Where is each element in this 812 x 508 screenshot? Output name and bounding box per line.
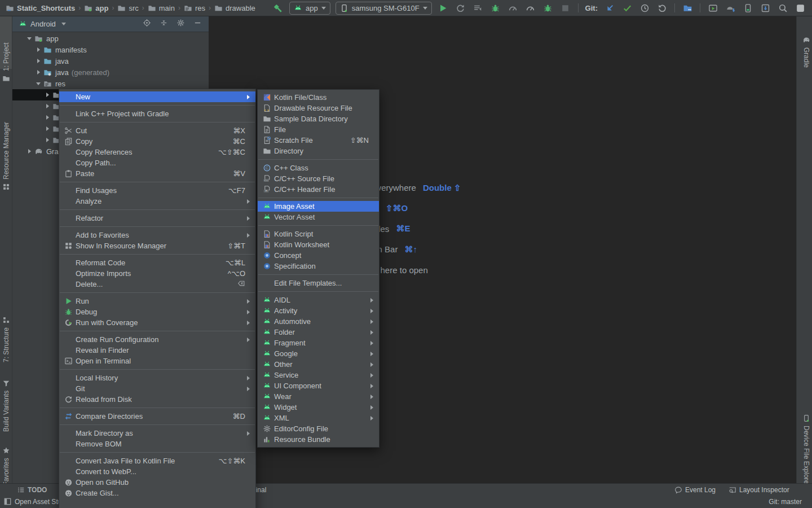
panel-minus-button[interactable]: [193, 19, 202, 29]
menu-item-sample-data-directory[interactable]: Sample Data Directory: [258, 113, 379, 124]
debug-button[interactable]: [489, 2, 502, 14]
stripe-tab-resource-manager[interactable]: Resource Manager: [2, 122, 10, 191]
profile-button[interactable]: [507, 2, 519, 14]
menu-item-image-asset[interactable]: Image Asset: [258, 201, 379, 212]
tab-layout-inspector[interactable]: Layout Inspector: [729, 484, 789, 496]
menu-item-optimize-imports[interactable]: Optimize Imports^⌥O: [59, 268, 255, 279]
menu-item-show-in-resource-manager[interactable]: Show In Resource Manager⇧⌘T: [59, 240, 255, 251]
menu-item-copy-path[interactable]: Copy Path...: [59, 157, 255, 168]
menu-item-open-on-github[interactable]: Open on GitHub: [59, 477, 255, 488]
tree-row-res[interactable]: res: [12, 78, 209, 89]
menu-item-local-history[interactable]: Local History: [59, 373, 255, 383]
apply-changes-button[interactable]: [454, 2, 467, 14]
menu-item-run[interactable]: Run: [59, 296, 255, 306]
history-button[interactable]: [638, 2, 651, 14]
tool-window-toggle-icon[interactable]: [3, 497, 12, 506]
project-structure-button[interactable]: [681, 2, 694, 14]
menu-item-file[interactable]: File: [258, 124, 379, 135]
menu-item-new[interactable]: New: [59, 91, 255, 102]
menu-item-concept[interactable]: Concept: [258, 250, 379, 261]
tab-event-log[interactable]: Event Log: [674, 484, 716, 496]
menu-item-analyze[interactable]: Analyze: [59, 196, 255, 207]
menu-item-debug[interactable]: Debug: [59, 306, 255, 317]
profiler-button[interactable]: [524, 2, 537, 14]
menu-item-copy-references[interactable]: Copy References⌥⇧⌘C: [59, 147, 255, 157]
tree-row-java[interactable]: java(generated): [12, 67, 209, 78]
menu-item-reformat-code[interactable]: Reformat Code⌥⌘L: [59, 257, 255, 268]
stripe-tab-7-structure[interactable]: 7: Structure: [2, 316, 10, 362]
breadcrumb-item-main[interactable]: main: [148, 4, 175, 12]
menu-item-vector-asset[interactable]: Vector Asset: [258, 212, 379, 222]
rollback-button[interactable]: [656, 2, 668, 14]
breadcrumb-item-drawable[interactable]: drawable: [214, 4, 255, 12]
device-manager-button[interactable]: [742, 2, 754, 14]
attach-debugger-button[interactable]: [542, 2, 554, 14]
breadcrumb-item-src[interactable]: src: [117, 4, 138, 12]
menu-item-widget[interactable]: Widget: [258, 402, 379, 413]
git-branch-widget[interactable]: Git: master: [769, 498, 802, 506]
menu-item-link-c-project-with-gradle[interactable]: Link C++ Project with Gradle: [59, 108, 255, 119]
tree-row-manifests[interactable]: manifests: [12, 44, 209, 55]
chevron-right-icon[interactable]: [45, 138, 50, 142]
menu-item-remove-bom[interactable]: Remove BOM: [59, 439, 255, 449]
tree-row-app[interactable]: app: [12, 33, 209, 44]
breadcrumb-item-app[interactable]: app: [84, 4, 108, 12]
menu-item-google[interactable]: Google: [258, 348, 379, 359]
menu-item-open-in-terminal[interactable]: Open in Terminal: [59, 356, 255, 366]
menu-item-copy[interactable]: Copy⌘C: [59, 136, 255, 147]
menu-item-fragment[interactable]: Fragment: [258, 338, 379, 348]
chevron-right-icon[interactable]: [45, 104, 50, 108]
stripe-tab-gradle[interactable]: Gradle: [802, 36, 810, 68]
run-button[interactable]: [437, 2, 449, 14]
menu-item-xml[interactable]: XML: [258, 413, 379, 423]
panel-gear-button[interactable]: [176, 19, 185, 29]
tree-row-java[interactable]: java: [12, 55, 209, 67]
chevron-right-icon[interactable]: [45, 93, 50, 97]
menu-item-compare-directories[interactable]: Compare Directories⌘D: [59, 411, 255, 422]
menu-item-run-with-coverage[interactable]: Run with Coverage: [59, 317, 255, 328]
menu-item-c-c-header-file[interactable]: HC/C++ Header File: [258, 184, 379, 195]
menu-item-paste[interactable]: Paste⌘V: [59, 168, 255, 179]
menu-item-wear[interactable]: Wear: [258, 391, 379, 402]
chevron-right-icon[interactable]: [36, 70, 41, 75]
menu-item-kotlin-file-class[interactable]: Kotlin File/Class: [258, 92, 379, 103]
menu-item-folder[interactable]: Folder: [258, 327, 379, 338]
menu-item-service[interactable]: Service: [258, 370, 379, 380]
sdk-manager-button[interactable]: [724, 2, 736, 14]
menu-item-kotlin-script[interactable]: Kotlin Script: [258, 229, 379, 239]
project-view-selector[interactable]: Android: [19, 20, 66, 28]
menu-item-ui-component[interactable]: UI Component: [258, 380, 379, 391]
menu-item-mark-directory-as[interactable]: Mark Directory as: [59, 428, 255, 439]
apply-code-changes-button[interactable]: [472, 2, 484, 14]
search-everywhere-button[interactable]: [776, 2, 789, 14]
chevron-down-icon[interactable]: [27, 37, 32, 40]
menu-item-convert-java-file-to-kotlin-file[interactable]: Convert Java File to Kotlin File⌥⇧⌘K: [59, 456, 255, 466]
stripe-tab-1-project[interactable]: 1: Project: [2, 42, 10, 82]
menu-item-cut[interactable]: Cut⌘X: [59, 125, 255, 136]
menu-item-automotive[interactable]: Automotive: [258, 316, 379, 327]
menu-item-create-run-configuration[interactable]: Create Run Configuration: [59, 334, 255, 345]
chevron-right-icon[interactable]: [36, 59, 41, 63]
menu-item-reload-from-disk[interactable]: Reload from Disk: [59, 394, 255, 405]
menu-item-reveal-in-finder[interactable]: Reveal in Finder: [59, 345, 255, 356]
chevron-right-icon[interactable]: [45, 115, 50, 120]
breadcrumb-item-static-shortcuts[interactable]: Static_Shortcuts: [6, 4, 75, 12]
update-project-button[interactable]: [603, 2, 616, 14]
menu-item-edit-file-templates[interactable]: Edit File Templates...: [258, 278, 379, 288]
menu-item-convert-to-webp[interactable]: Convert to WebP...: [59, 466, 255, 477]
menu-item-find-usages[interactable]: Find Usages⌥F7: [59, 185, 255, 196]
device-select[interactable]: samsung SM-G610F: [336, 2, 432, 15]
chevron-right-icon[interactable]: [36, 47, 41, 52]
menu-item-kotlin-worksheet[interactable]: Kotlin Worksheet: [258, 239, 379, 250]
menu-item-add-to-favorites[interactable]: Add to Favorites: [59, 230, 255, 240]
menu-item-git[interactable]: Git: [59, 383, 255, 394]
running-devices-button[interactable]: [707, 2, 719, 14]
stripe-tab-build-variants[interactable]: Build Variants: [2, 379, 10, 432]
menu-item-create-gist[interactable]: Create Gist...: [59, 488, 255, 498]
menu-item-c-c-source-file[interactable]: C++C/C++ Source File: [258, 173, 379, 184]
device-file-explorer-button[interactable]: [759, 2, 771, 14]
menu-item-drawable-resource-file[interactable]: Drawable Resource File: [258, 103, 379, 113]
menu-item-scratch-file[interactable]: Scratch File⇧⌘N: [258, 135, 379, 146]
menu-item-specification[interactable]: Specification: [258, 261, 379, 271]
menu-item-aidl[interactable]: AIDL: [258, 295, 379, 305]
